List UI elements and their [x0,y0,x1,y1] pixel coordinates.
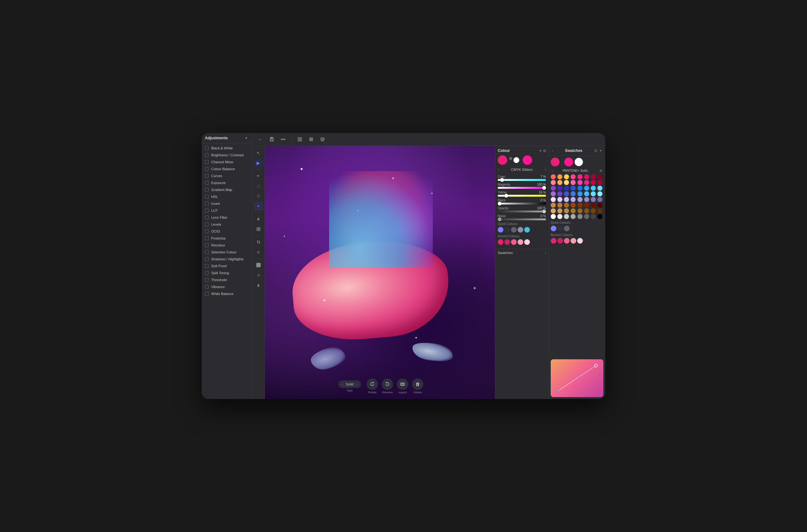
mode-prev-icon[interactable]: ‹ [498,167,499,172]
more-button[interactable]: ••• [279,135,287,144]
tool-brush[interactable]: ⬚ [254,182,263,190]
yellow-slider[interactable] [498,195,546,197]
grid-swatch-3-2[interactable] [564,191,569,196]
quick-colour-3[interactable] [518,227,523,233]
adj-item-invert[interactable]: Invert [202,200,252,207]
grid-swatch-6-0[interactable] [551,208,556,213]
tool-crop[interactable] [254,238,263,246]
tool-fill[interactable] [254,261,263,269]
swatches-recent-colour-2[interactable] [564,238,570,244]
grid-swatch-6-4[interactable] [578,208,583,213]
grid-swatch-1-1[interactable] [557,180,562,185]
swatches-list-icon[interactable]: ☰ [594,149,597,153]
grid-swatch-2-2[interactable] [564,186,569,191]
grid-swatch-1-7[interactable] [597,180,602,185]
mode-next-icon[interactable]: › [545,167,546,172]
black-slider[interactable] [498,203,546,205]
grid-swatch-0-4[interactable] [578,174,583,179]
grid-swatch-0-5[interactable] [584,174,589,179]
quick-colour-4[interactable] [524,227,530,233]
recent-colour-4[interactable] [524,239,530,245]
grid-swatch-1-5[interactable] [584,180,589,185]
adj-item-lens-filter[interactable]: Lens Filter [202,214,252,221]
grid-swatch-4-2[interactable] [564,197,569,202]
swatches-back-icon[interactable]: ‹ [552,149,553,153]
grid-swatch-7-7[interactable] [597,214,602,219]
swatches-recent-colour-1[interactable] [557,238,563,244]
quick-colour-2[interactable] [511,227,517,233]
grid-swatch-7-5[interactable] [584,214,589,219]
grid-swatch-3-4[interactable] [578,191,583,196]
grid-swatch-7-0[interactable] [551,214,556,219]
adj-item-split-toning[interactable]: Split Toning [202,269,252,277]
colour-settings-icon[interactable]: ✦ [539,149,542,153]
type-pill[interactable]: ‹ Solid › [338,380,361,388]
magenta-slider[interactable] [498,187,546,189]
grid-swatch-3-1[interactable] [557,191,562,196]
gradient-preview[interactable] [551,359,603,397]
grid-swatch-0-2[interactable] [564,174,569,179]
adj-item-selective-colour[interactable]: Selective Colour [202,249,252,255]
grid-swatch-4-7[interactable] [597,197,602,202]
help-icon[interactable]: ? [600,392,602,397]
swatches-quick-colour-1[interactable] [557,226,563,231]
opacity-slider[interactable] [498,211,546,212]
tool-erase[interactable]: ↺ [254,271,263,280]
rotate-button[interactable] [367,379,378,390]
swatch-white[interactable] [574,157,583,166]
grid-swatch-0-7[interactable] [597,174,602,179]
grid-swatch-3-3[interactable] [570,191,576,196]
grid-swatch-4-6[interactable] [591,197,596,202]
recent-colour-2[interactable] [511,239,517,245]
black-thumb[interactable] [498,202,502,206]
grid-swatch-4-4[interactable] [578,197,583,202]
adj-item-gradient-map[interactable]: Gradient Map [202,186,252,193]
grid-swatch-5-2[interactable] [564,203,569,208]
adj-item-lut[interactable]: LUT [202,207,252,214]
swatches-recent-colour-0[interactable] [551,238,557,244]
aspect-button[interactable] [397,379,408,390]
save-button[interactable] [267,135,276,144]
tool-sample[interactable]: ⊙ [254,248,263,256]
tool-shape[interactable]: ⬡ [254,192,263,201]
tool-grid[interactable] [254,225,263,233]
tool-magic[interactable]: ✦ [254,202,263,211]
grid-swatch-1-2[interactable] [564,180,569,185]
cyan-slider[interactable] [498,179,546,181]
grid-swatch-4-5[interactable] [584,197,589,202]
pantone-prev-icon[interactable]: ‹ [552,169,553,172]
adj-item-threshold[interactable]: Threshold [202,277,252,283]
quick-colour-1[interactable] [504,227,510,233]
grid-swatch-6-5[interactable] [584,208,589,213]
adj-item-brightness--contrast[interactable]: Brightness / Contrast [202,152,252,158]
grid-swatch-3-5[interactable] [584,191,589,196]
noise-thumb[interactable] [498,217,502,221]
grid-swatch-6-1[interactable] [557,208,562,213]
adjustments-icon[interactable]: ✦ [244,135,249,140]
grid-swatch-7-3[interactable] [570,214,576,219]
primary-colour-swatch[interactable] [498,155,507,165]
grid-swatch-3-7[interactable] [597,191,602,196]
noise-slider[interactable] [498,218,546,220]
grid-swatch-5-0[interactable] [551,203,556,208]
grid-swatch-2-5[interactable] [584,186,589,191]
adj-item-vibrance[interactable]: Vibrance [202,283,252,290]
swatches-recent-colour-3[interactable] [570,238,576,244]
quick-colour-0[interactable] [498,227,503,233]
pantone-grid-icon[interactable]: ⊞ [600,169,602,172]
tool-text[interactable]: A [254,215,263,224]
swatches-quick-colour-2[interactable] [564,226,570,231]
eyedropper-icon[interactable] [509,157,512,160]
grid-swatch-5-3[interactable] [570,203,576,208]
adj-item-channel-mixer[interactable]: Channel Mixer [202,158,252,166]
swatches-link[interactable]: Swatches › [495,249,548,256]
layers-view-button[interactable] [318,135,327,144]
grid-swatch-2-1[interactable] [557,186,562,191]
grid-swatch-5-6[interactable] [591,203,596,208]
grid-swatch-6-7[interactable] [597,208,602,213]
grid-swatch-7-6[interactable] [591,214,596,219]
adj-item-hsl[interactable]: HSL [202,193,252,200]
list-view-button[interactable] [307,135,316,144]
grid-swatch-2-4[interactable] [578,186,583,191]
grid-swatch-7-2[interactable] [564,214,569,219]
